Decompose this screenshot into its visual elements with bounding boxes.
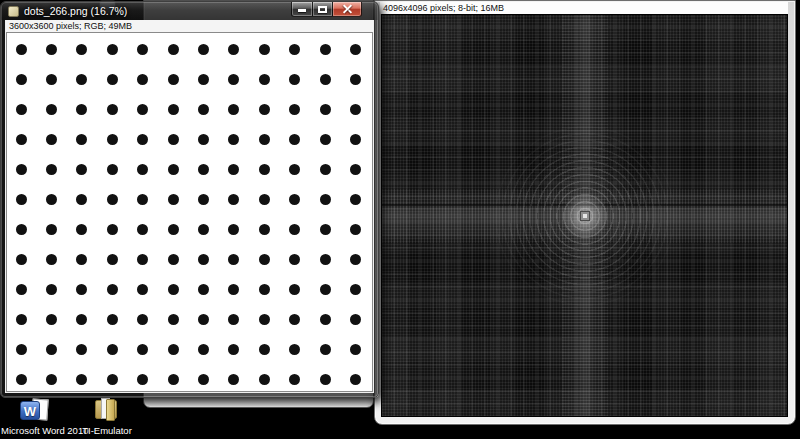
folder-icon: [92, 398, 122, 423]
grid-dot: [137, 374, 148, 385]
grid-dot: [320, 44, 331, 55]
grid-dot: [137, 254, 148, 265]
grid-dot: [350, 44, 361, 55]
grid-dot: [350, 374, 361, 385]
grid-dot: [350, 224, 361, 235]
ti-emulator-icon-label: TI-Emulator: [74, 425, 140, 436]
grid-dot: [350, 74, 361, 85]
grid-dot: [289, 164, 300, 175]
grid-dot: [137, 224, 148, 235]
grid-dot: [16, 44, 27, 55]
desktop-icon-ti-emulator[interactable]: TI-Emulator: [74, 398, 140, 436]
grid-dot: [289, 194, 300, 205]
grid-dot: [289, 74, 300, 85]
grid-dot: [289, 224, 300, 235]
grid-dot: [289, 134, 300, 145]
dots-image-canvas[interactable]: [6, 32, 373, 392]
grid-dot: [228, 74, 239, 85]
fft-image-canvas[interactable]: [381, 14, 788, 417]
grid-dot: [16, 104, 27, 115]
fft-status-bar: 4096x4096 pixels; 8-bit; 16MB: [380, 2, 788, 14]
grid-dot: [107, 284, 118, 295]
fft-status-text: 4096x4096 pixels; 8-bit; 16MB: [383, 3, 504, 13]
grid-dot: [76, 134, 87, 145]
grid-dot: [137, 194, 148, 205]
grid-dot: [228, 284, 239, 295]
grid-dot: [168, 74, 179, 85]
grid-dot: [107, 104, 118, 115]
grid-dot: [137, 134, 148, 145]
grid-dot: [107, 314, 118, 325]
grid-dot: [198, 374, 209, 385]
grid-dot: [46, 254, 57, 265]
grid-dot: [259, 194, 270, 205]
grid-dot: [76, 74, 87, 85]
dots-status-text: 3600x3600 pixels; RGB; 49MB: [9, 21, 132, 31]
grid-dot: [259, 284, 270, 295]
grid-dot: [198, 104, 209, 115]
grid-dot: [320, 344, 331, 355]
grid-dot: [350, 344, 361, 355]
grid-dot: [289, 254, 300, 265]
grid-dot: [16, 314, 27, 325]
grid-dot: [46, 344, 57, 355]
grid-dot: [228, 44, 239, 55]
grid-dot: [228, 344, 239, 355]
dots-window[interactable]: dots_266.png (16.7%) 3600x3600 pixels; R…: [0, 1, 379, 398]
grid-dot: [46, 164, 57, 175]
grid-dot: [46, 284, 57, 295]
maximize-button[interactable]: [312, 2, 333, 17]
grid-dot: [289, 374, 300, 385]
fft-window[interactable]: 4096x4096 pixels; 8-bit; 16MB: [374, 0, 796, 425]
grid-dot: [259, 134, 270, 145]
grid-dot: [16, 284, 27, 295]
desktop-icon-word[interactable]: W Microsoft Word 2010: [1, 398, 67, 436]
fft-dc-peak: [581, 212, 589, 220]
dots-window-titlebar[interactable]: dots_266.png (16.7%): [1, 2, 378, 20]
grid-dot: [76, 374, 87, 385]
grid-dot: [198, 194, 209, 205]
grid-dot: [137, 284, 148, 295]
grid-dot: [228, 374, 239, 385]
grid-dot: [107, 134, 118, 145]
grid-dot: [198, 344, 209, 355]
grid-dot: [228, 254, 239, 265]
grid-dot: [228, 164, 239, 175]
grid-dot: [76, 104, 87, 115]
grid-dot: [168, 194, 179, 205]
caption-buttons: [291, 2, 362, 17]
grid-dot: [46, 314, 57, 325]
fft-dc-peak-core: [583, 214, 587, 218]
grid-dot: [320, 314, 331, 325]
close-button[interactable]: [333, 2, 362, 17]
grid-dot: [76, 254, 87, 265]
minimize-button[interactable]: [291, 2, 312, 17]
grid-dot: [320, 104, 331, 115]
grid-dot: [16, 74, 27, 85]
grid-dot: [320, 164, 331, 175]
grid-dot: [46, 374, 57, 385]
desktop: 4096x4096 pixels; 8-bit; 16MB dots_266.p…: [0, 0, 800, 439]
grid-dot: [350, 254, 361, 265]
grid-dot: [168, 224, 179, 235]
word-icon: W: [19, 398, 49, 423]
grid-dot: [198, 254, 209, 265]
grid-dot: [76, 284, 87, 295]
grid-dot: [228, 194, 239, 205]
grid-dot: [107, 224, 118, 235]
grid-dot: [168, 254, 179, 265]
grid-dot: [46, 194, 57, 205]
grid-dot: [259, 314, 270, 325]
grid-dot: [350, 104, 361, 115]
dots-window-title: dots_266.png (16.7%): [24, 5, 127, 17]
grid-dot: [16, 194, 27, 205]
grid-dot: [320, 254, 331, 265]
minimize-icon: [298, 9, 306, 12]
grid-dot: [16, 254, 27, 265]
grid-dot: [259, 104, 270, 115]
grid-dot: [259, 224, 270, 235]
grid-dot: [198, 74, 209, 85]
grid-dot: [259, 344, 270, 355]
grid-dot: [259, 374, 270, 385]
grid-dot: [168, 44, 179, 55]
